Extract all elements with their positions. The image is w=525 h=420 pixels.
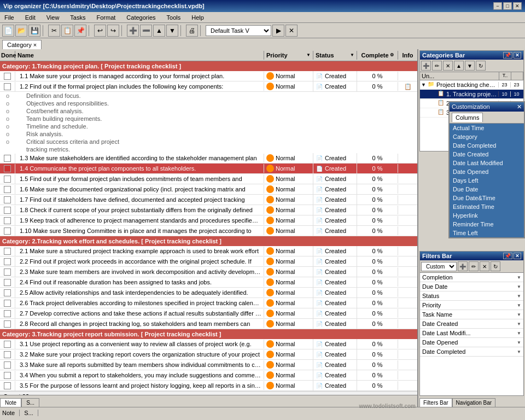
checkbox-t1_3[interactable] bbox=[4, 155, 11, 162]
menu-help[interactable]: Help bbox=[189, 14, 206, 21]
cat-up-btn[interactable]: ▲ bbox=[454, 61, 464, 71]
task-done-t1_9[interactable] bbox=[0, 216, 15, 225]
cat-down-btn[interactable]: ▼ bbox=[465, 61, 475, 71]
task-done-t1_6[interactable] bbox=[0, 185, 15, 194]
checkbox-t1_1[interactable] bbox=[4, 73, 11, 80]
checkbox-t1_4[interactable] bbox=[4, 165, 11, 172]
close-button[interactable]: ✕ bbox=[513, 2, 522, 10]
checkbox-t1_8[interactable] bbox=[4, 207, 11, 214]
cat-item-root[interactable]: ▼ 📁 Project tracking checklist 23 23 bbox=[420, 80, 523, 90]
list-item[interactable]: Category bbox=[450, 132, 524, 141]
cat-bar-close-btn[interactable]: ✕ bbox=[514, 52, 521, 59]
view-btn-1[interactable]: ▶ bbox=[272, 25, 284, 37]
tab-navigation-bar[interactable]: Navigation Bar bbox=[452, 398, 496, 407]
open-button[interactable]: 📂 bbox=[15, 25, 27, 37]
tab-category[interactable]: Category × bbox=[2, 40, 42, 49]
menu-tasks[interactable]: Tasks bbox=[68, 14, 88, 21]
menu-file[interactable]: File bbox=[2, 14, 16, 21]
filter-row-status[interactable]: Status ▼ bbox=[420, 291, 523, 301]
menu-format[interactable]: Format bbox=[94, 14, 118, 21]
list-item[interactable]: Due Date&Time bbox=[450, 194, 524, 202]
list-item[interactable]: Date Created bbox=[450, 150, 524, 159]
status-sort[interactable]: ▼ bbox=[350, 52, 354, 57]
list-item[interactable]: Due Date bbox=[450, 185, 524, 194]
checkbox-t2_1[interactable] bbox=[4, 248, 11, 255]
delete-task-button[interactable]: ➖ bbox=[140, 25, 152, 37]
filter-row-due-date[interactable]: Due Date ▼ bbox=[420, 282, 523, 291]
cat-item-1[interactable]: 📋 1. Tracking project plan. 10 10 bbox=[420, 90, 523, 99]
list-item[interactable]: Days Left bbox=[450, 176, 524, 185]
cat-edit-btn[interactable]: ✏ bbox=[432, 61, 442, 71]
list-item[interactable]: Date Last Modified bbox=[450, 159, 524, 167]
list-item[interactable]: Actual Time bbox=[450, 124, 524, 132]
filter-row-date-completed[interactable]: Date Completed ▼ bbox=[420, 347, 523, 357]
menu-edit[interactable]: Edit bbox=[23, 14, 38, 21]
cat-bar-pin-btn[interactable]: 📌 bbox=[503, 52, 512, 59]
filter-row-date-opened[interactable]: Date Opened ▼ bbox=[420, 338, 523, 347]
cut-button[interactable]: ✂ bbox=[48, 25, 60, 37]
tab-filters-bar[interactable]: Filters Bar bbox=[419, 398, 452, 407]
filters-bar-close-btn[interactable]: ✕ bbox=[514, 253, 521, 259]
col-header-status[interactable]: Status ▼ bbox=[313, 51, 357, 60]
cat-refresh-btn[interactable]: ↻ bbox=[476, 61, 486, 71]
print-button[interactable]: 🖨 bbox=[186, 25, 198, 37]
checkbox-t1_5[interactable] bbox=[4, 176, 11, 183]
up-button[interactable]: ▲ bbox=[153, 25, 165, 37]
maximize-button[interactable]: □ bbox=[503, 2, 512, 10]
task-done-t1_5[interactable] bbox=[0, 174, 15, 184]
tab-note[interactable]: Note bbox=[0, 398, 21, 407]
copy-button[interactable]: 📋 bbox=[61, 25, 73, 37]
tab-s[interactable]: S... bbox=[21, 398, 39, 407]
task-done-t1_2[interactable] bbox=[0, 82, 15, 91]
checkbox-t1_2[interactable] bbox=[4, 83, 11, 90]
filters-bar-pin-btn[interactable]: 📌 bbox=[503, 253, 512, 259]
paste-button[interactable]: 📌 bbox=[74, 25, 86, 37]
task-done-t1_8[interactable] bbox=[0, 206, 15, 215]
filter-edit-btn[interactable]: ✏ bbox=[469, 261, 479, 271]
cat-delete-btn[interactable]: ✕ bbox=[443, 61, 453, 71]
filter-row-date-created[interactable]: Date Created ▼ bbox=[420, 319, 523, 329]
filter-row-completion[interactable]: Completion ▼ bbox=[420, 273, 523, 282]
list-item[interactable]: Estimated Time bbox=[450, 202, 524, 211]
filter-delete-btn[interactable]: ✕ bbox=[480, 261, 489, 271]
new-button[interactable]: 📄 bbox=[2, 25, 14, 37]
list-item[interactable]: Time Left bbox=[450, 229, 524, 237]
filter-refresh-btn[interactable]: ↻ bbox=[491, 261, 500, 271]
list-item[interactable]: Date Completed bbox=[450, 141, 524, 150]
minimize-button[interactable]: − bbox=[493, 2, 502, 10]
cat-expand-root[interactable]: ▼ bbox=[421, 82, 427, 88]
task-done-t1_3[interactable] bbox=[0, 154, 15, 163]
priority-sort[interactable]: ▼ bbox=[306, 52, 311, 57]
cat-new-btn[interactable]: ➕ bbox=[421, 61, 431, 71]
filter-add-btn[interactable]: ➕ bbox=[458, 261, 468, 271]
down-button[interactable]: ▼ bbox=[166, 25, 178, 37]
filter-row-priority[interactable]: Priority ▼ bbox=[420, 301, 523, 310]
filter-preset-dropdown[interactable]: Custom bbox=[421, 262, 457, 271]
customization-tab-columns[interactable]: Columns bbox=[452, 113, 483, 122]
filter-row-task-name[interactable]: Task Name ▼ bbox=[420, 310, 523, 319]
checkbox-t1_10[interactable] bbox=[4, 228, 11, 235]
customization-close-btn[interactable]: ✕ bbox=[517, 103, 522, 110]
checkbox-t1_7[interactable] bbox=[4, 196, 11, 203]
checkbox-t1_6[interactable] bbox=[4, 186, 11, 193]
col-header-priority[interactable]: Priority ▼ bbox=[264, 51, 313, 60]
undo-button[interactable]: ↩ bbox=[94, 25, 106, 37]
filter-row-date-last[interactable]: Date Last Modifi... ▼ bbox=[420, 329, 523, 338]
view-dropdown[interactable]: Default Task V bbox=[206, 25, 271, 36]
list-item[interactable]: Reminder Time bbox=[450, 220, 524, 229]
add-task-button[interactable]: ➕ bbox=[127, 25, 139, 37]
task-done-t1_4[interactable] bbox=[0, 164, 15, 173]
task-done-t1_7[interactable] bbox=[0, 195, 15, 205]
list-item[interactable]: Date Opened bbox=[450, 167, 524, 176]
task-done-t1_10[interactable] bbox=[0, 226, 15, 236]
complete-sort[interactable]: ⚙ bbox=[390, 52, 394, 57]
task-done-t1_1[interactable] bbox=[0, 72, 15, 81]
menu-view[interactable]: View bbox=[44, 14, 62, 21]
view-btn-2[interactable]: ✕ bbox=[285, 25, 298, 37]
list-item[interactable]: Hyperlink bbox=[450, 211, 524, 220]
menu-categories[interactable]: Categories bbox=[124, 14, 158, 21]
redo-button[interactable]: ↪ bbox=[107, 25, 119, 37]
menu-tools[interactable]: Tools bbox=[165, 14, 183, 21]
save-button[interactable]: 💾 bbox=[28, 25, 40, 37]
table-body[interactable]: Category: 1.Tracking project plan. [ Pro… bbox=[0, 61, 417, 395]
